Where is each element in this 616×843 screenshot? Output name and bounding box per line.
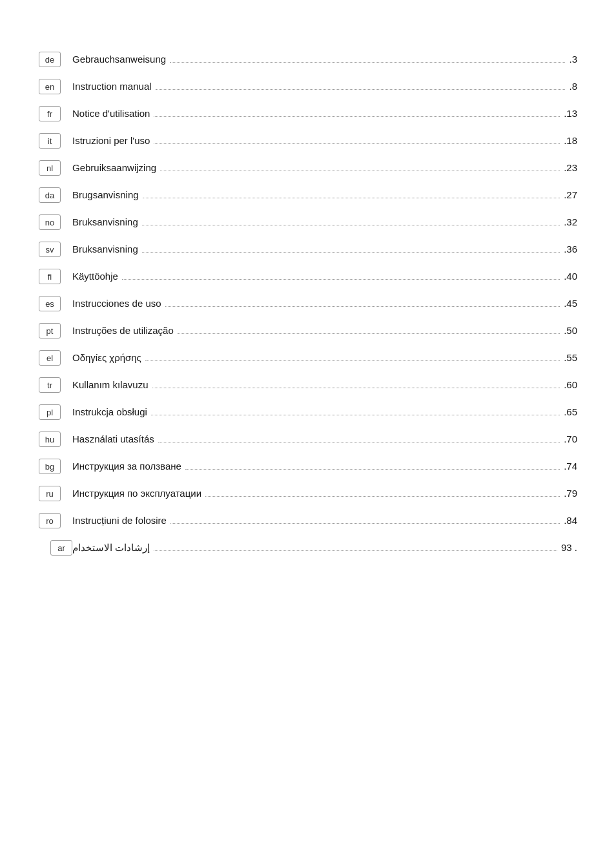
toc-title-ar: إرشادات الاستخدام bbox=[72, 542, 150, 554]
toc-page-nl: .23 bbox=[564, 162, 577, 173]
toc-title-pl: Instrukcja obsługi bbox=[72, 406, 147, 417]
toc-page-tr: .60 bbox=[564, 379, 577, 390]
toc-page-de: .3 bbox=[569, 54, 577, 65]
toc-title-it: Istruzioni per l'uso bbox=[72, 135, 150, 146]
toc-dots-es bbox=[165, 306, 560, 307]
table-of-contents: deGebrauchsanweisung.3enInstruction manu… bbox=[39, 52, 577, 556]
toc-dots-fr bbox=[154, 116, 560, 117]
toc-page-no: .32 bbox=[564, 216, 577, 227]
toc-page-hu: .70 bbox=[564, 433, 577, 444]
toc-title-es: Instrucciones de uso bbox=[72, 298, 161, 309]
lang-badge-nl: nl bbox=[39, 160, 61, 176]
toc-row-bg: bgИнструкция за ползване.74 bbox=[39, 459, 577, 474]
lang-badge-tr: tr bbox=[39, 377, 61, 393]
toc-page-ru: .79 bbox=[564, 488, 577, 499]
toc-title-no: Bruksanvisning bbox=[72, 216, 138, 227]
toc-row-el: elΟδηγίες χρήσης.55 bbox=[39, 350, 577, 366]
toc-dots-it bbox=[154, 143, 560, 144]
toc-row-en: enInstruction manual.8 bbox=[39, 79, 577, 94]
lang-badge-ro: ro bbox=[39, 513, 61, 528]
toc-title-bg: Инструкция за ползване bbox=[72, 461, 181, 472]
toc-dots-ro bbox=[170, 523, 560, 524]
toc-page-pt: .50 bbox=[564, 325, 577, 336]
toc-title-fr: Notice d'utilisation bbox=[72, 108, 150, 119]
toc-dots-no bbox=[142, 225, 560, 225]
toc-dots-sv bbox=[142, 252, 560, 253]
toc-row-sv: svBruksanvisning.36 bbox=[39, 242, 577, 257]
toc-page-ar: 93 . bbox=[561, 542, 577, 553]
toc-row-es: esInstrucciones de uso.45 bbox=[39, 296, 577, 311]
toc-row-fi: fiKäyttöohje.40 bbox=[39, 269, 577, 284]
lang-badge-pl: pl bbox=[39, 404, 61, 420]
toc-title-hu: Használati utasítás bbox=[72, 433, 154, 444]
toc-title-da: Brugsanvisning bbox=[72, 189, 139, 200]
lang-badge-da: da bbox=[39, 187, 61, 203]
toc-page-en: .8 bbox=[569, 81, 577, 92]
toc-page-sv: .36 bbox=[564, 244, 577, 255]
toc-page-pl: .65 bbox=[564, 406, 577, 417]
toc-dots-hu bbox=[158, 442, 560, 442]
lang-badge-es: es bbox=[39, 296, 61, 311]
toc-dots-bg bbox=[185, 469, 560, 470]
toc-dots-el bbox=[145, 360, 560, 361]
toc-title-tr: Kullanım kılavuzu bbox=[72, 379, 149, 390]
toc-title-de: Gebrauchsanweisung bbox=[72, 54, 166, 65]
toc-dots-ru bbox=[205, 496, 560, 497]
toc-row-tr: trKullanım kılavuzu.60 bbox=[39, 377, 577, 393]
toc-page-es: .45 bbox=[564, 298, 577, 309]
toc-dots-tr bbox=[152, 388, 560, 388]
toc-dots-en bbox=[156, 89, 566, 90]
toc-dots-nl bbox=[160, 171, 560, 171]
lang-badge-hu: hu bbox=[39, 432, 61, 447]
lang-badge-pt: pt bbox=[39, 323, 61, 338]
lang-badge-ru: ru bbox=[39, 486, 61, 501]
lang-badge-en: en bbox=[39, 79, 61, 94]
toc-page-fi: .40 bbox=[564, 271, 577, 282]
lang-badge-fr: fr bbox=[39, 106, 61, 121]
toc-row-no: noBruksanvisning.32 bbox=[39, 214, 577, 230]
toc-page-da: .27 bbox=[564, 189, 577, 200]
toc-row-da: daBrugsanvisning.27 bbox=[39, 187, 577, 203]
toc-page-el: .55 bbox=[564, 352, 577, 363]
lang-badge-ar: ar bbox=[50, 540, 72, 556]
toc-row-nl: nlGebruiksaanwijzing.23 bbox=[39, 160, 577, 176]
toc-title-ru: Инструкция по эксплуатации bbox=[72, 488, 201, 499]
toc-title-fi: Käyttöohje bbox=[72, 271, 118, 282]
lang-badge-it: it bbox=[39, 133, 61, 149]
lang-badge-de: de bbox=[39, 52, 61, 67]
toc-title-ro: Instrucțiuni de folosire bbox=[72, 515, 167, 526]
toc-dots-ar bbox=[154, 550, 557, 551]
toc-dots-de bbox=[170, 62, 565, 63]
lang-badge-no: no bbox=[39, 214, 61, 230]
toc-row-ar: 93 .إرشادات الاستخدامar bbox=[39, 540, 577, 556]
lang-badge-el: el bbox=[39, 350, 61, 366]
toc-title-pt: Instruções de utilização bbox=[72, 325, 174, 336]
toc-dots-pt bbox=[178, 333, 560, 334]
toc-page-it: .18 bbox=[564, 135, 577, 146]
toc-row-ro: roInstrucțiuni de folosire.84 bbox=[39, 513, 577, 528]
toc-page-ro: .84 bbox=[564, 515, 577, 526]
toc-row-de: deGebrauchsanweisung.3 bbox=[39, 52, 577, 67]
toc-row-fr: frNotice d'utilisation.13 bbox=[39, 106, 577, 121]
toc-title-el: Οδηγίες χρήσης bbox=[72, 352, 141, 363]
toc-dots-fi bbox=[122, 279, 560, 280]
toc-page-fr: .13 bbox=[564, 108, 577, 119]
toc-title-sv: Bruksanvisning bbox=[72, 244, 138, 255]
toc-page-bg: .74 bbox=[564, 461, 577, 472]
toc-dots-pl bbox=[151, 415, 560, 415]
toc-row-hu: huHasználati utasítás.70 bbox=[39, 432, 577, 447]
toc-row-ru: ruИнструкция по эксплуатации.79 bbox=[39, 486, 577, 501]
toc-title-nl: Gebruiksaanwijzing bbox=[72, 162, 156, 173]
toc-row-pl: plInstrukcja obsługi.65 bbox=[39, 404, 577, 420]
lang-badge-sv: sv bbox=[39, 242, 61, 257]
lang-badge-fi: fi bbox=[39, 269, 61, 284]
toc-dots-da bbox=[143, 198, 560, 198]
toc-title-en: Instruction manual bbox=[72, 81, 152, 92]
toc-row-pt: ptInstruções de utilização.50 bbox=[39, 323, 577, 338]
toc-row-it: itIstruzioni per l'uso.18 bbox=[39, 133, 577, 149]
lang-badge-bg: bg bbox=[39, 459, 61, 474]
